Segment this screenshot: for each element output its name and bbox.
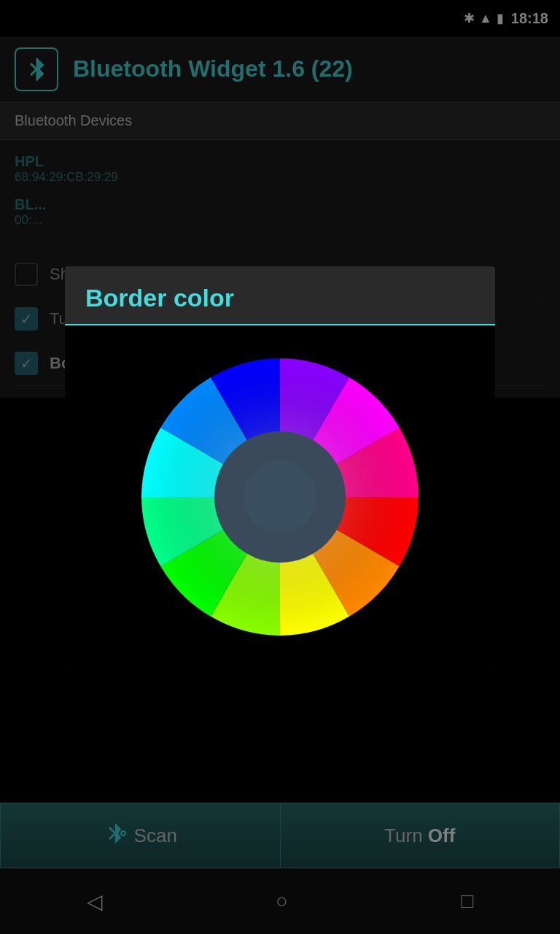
border-color-dialog: Border color bbox=[65, 266, 495, 668]
dialog-title-area: Border color bbox=[65, 266, 495, 325]
color-wheel-container[interactable] bbox=[65, 325, 495, 668]
color-wheel[interactable] bbox=[123, 340, 437, 654]
dialog-title: Border color bbox=[85, 284, 234, 312]
svg-point-4 bbox=[244, 460, 316, 533]
modal-overlay[interactable]: Border color bbox=[0, 0, 560, 934]
